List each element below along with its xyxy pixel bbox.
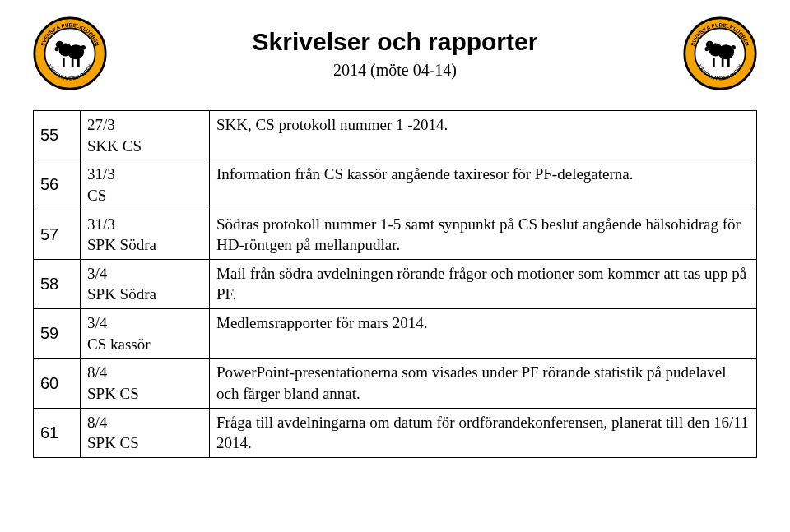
row-from: CS: [87, 185, 202, 206]
row-from: SPK Södra: [87, 284, 202, 305]
row-from: SPK Södra: [87, 234, 202, 256]
row-text: PowerPoint-presentationerna som visades …: [210, 359, 757, 408]
page-subtitle: 2014 (möte 04-14): [107, 61, 683, 80]
svg-rect-8: [63, 58, 65, 67]
svg-rect-9: [72, 58, 74, 67]
report-table: 5527/3SKK CSSKK, CS protokoll nummer 1 -…: [33, 110, 757, 458]
row-number: 55: [34, 111, 81, 160]
svg-rect-10: [77, 57, 80, 67]
header-row: SVENSKA PUDELKLUBBEN VÄSTRA AVDELNINGEN …: [33, 16, 757, 90]
svg-point-11: [81, 45, 86, 49]
row-source: 3/4SPK Södra: [81, 259, 210, 308]
logo-right: SVENSKA PUDELKLUBBEN VÄSTRA AVDELNINGEN: [683, 16, 757, 90]
svg-rect-25: [732, 49, 732, 53]
row-source: 31/3CS: [81, 160, 210, 210]
row-date: 8/4: [87, 412, 202, 433]
row-number: 58: [34, 259, 81, 308]
row-date: 3/4: [87, 312, 202, 334]
row-date: 31/3: [87, 164, 202, 185]
row-source: 27/3SKK CS: [81, 111, 210, 160]
table-row: 5527/3SKK CSSKK, CS protokoll nummer 1 -…: [34, 111, 757, 160]
svg-rect-22: [722, 58, 724, 67]
table-row: 5631/3CSInformation från CS kassör angåe…: [34, 160, 757, 210]
row-text: Fråga till avdelningarna om datum för or…: [210, 408, 757, 457]
table-row: 5731/3SPK SödraSödras protokoll nummer 1…: [34, 210, 757, 259]
svg-point-20: [705, 47, 709, 51]
row-date: 31/3: [87, 214, 202, 235]
row-text: Information från CS kassör angående taxi…: [210, 160, 757, 210]
row-date: 8/4: [87, 362, 202, 383]
row-text: Medlemsrapporter för mars 2014.: [210, 309, 757, 359]
table-row: 593/4CS kassörMedlemsrapporter för mars …: [34, 309, 757, 359]
row-date: 27/3: [87, 114, 202, 136]
row-source: 31/3SPK Södra: [81, 210, 210, 259]
row-source: 8/4SPK CS: [81, 359, 210, 408]
row-source: 3/4CS kassör: [81, 309, 210, 359]
svg-rect-12: [81, 49, 82, 53]
row-text: Södras protokoll nummer 1-5 samt synpunk…: [210, 210, 757, 259]
row-number: 59: [34, 309, 81, 359]
row-text: Mail från södra avdelningen rörande fråg…: [210, 259, 757, 308]
row-from: CS kassör: [87, 334, 202, 355]
page-title: Skrivelser och rapporter: [107, 28, 683, 56]
row-text: SKK, CS protokoll nummer 1 -2014.: [210, 111, 757, 160]
row-number: 56: [34, 160, 81, 210]
row-from: SKK CS: [87, 136, 202, 157]
table-row: 608/4SPK CSPowerPoint-presentationerna s…: [34, 359, 757, 408]
table-row: 618/4SPK CSFråga till avdelningarna om d…: [34, 408, 757, 457]
svg-rect-21: [713, 58, 715, 67]
table-row: 583/4SPK SödraMail från södra avdelninge…: [34, 259, 757, 308]
row-source: 8/4SPK CS: [81, 408, 210, 457]
title-block: Skrivelser och rapporter 2014 (möte 04-1…: [107, 28, 683, 80]
logo-left: SVENSKA PUDELKLUBBEN VÄSTRA AVDELNINGEN: [33, 16, 107, 90]
row-from: SPK CS: [87, 383, 202, 405]
row-number: 61: [34, 408, 81, 457]
row-date: 3/4: [87, 263, 202, 285]
row-number: 60: [34, 359, 81, 408]
row-number: 57: [34, 210, 81, 259]
svg-rect-23: [727, 57, 730, 67]
svg-point-7: [55, 47, 59, 51]
row-from: SPK CS: [87, 433, 202, 454]
svg-point-24: [732, 45, 736, 49]
